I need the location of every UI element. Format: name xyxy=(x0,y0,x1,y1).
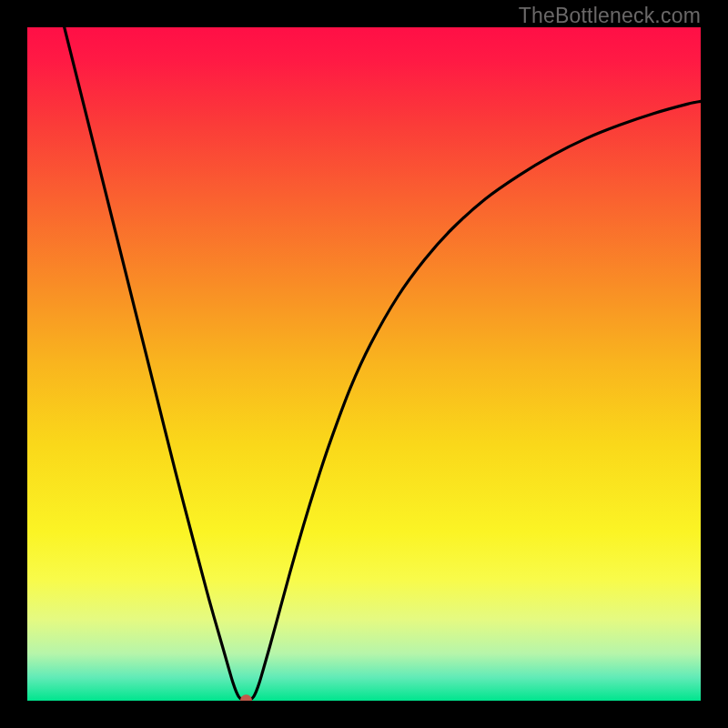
bottleneck-curve xyxy=(65,27,701,701)
chart-container: TheBottleneck.com xyxy=(0,0,728,728)
minimum-marker xyxy=(240,694,252,701)
chart-curve-svg xyxy=(27,27,701,701)
plot-area xyxy=(27,27,701,701)
watermark-text: TheBottleneck.com xyxy=(519,4,701,28)
